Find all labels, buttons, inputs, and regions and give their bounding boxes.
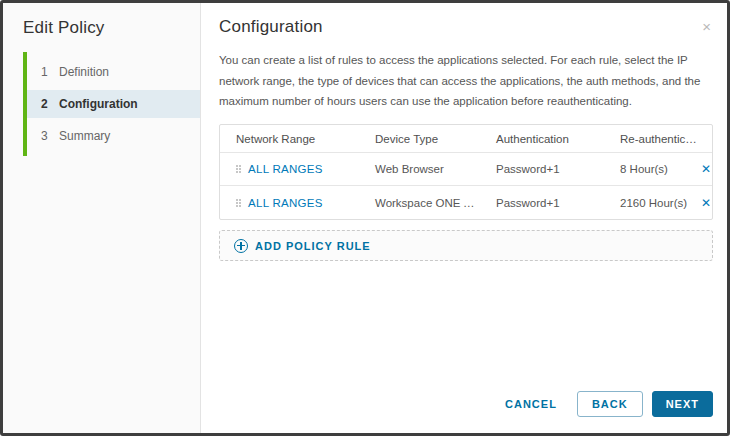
authentication-cell: Password+1 [480,163,604,175]
policy-rules-table: Network Range Device Type Authentication… [219,124,713,220]
back-button[interactable]: BACK [577,391,643,417]
plus-circle-icon [234,239,248,253]
reauthenticate-cell: 8 Hour(s) [604,163,700,175]
column-header-device-type: Device Type [359,133,480,145]
delete-rule-icon[interactable]: ✕ [701,162,711,176]
table-row: ALL RANGES Workspace ONE App… Password+1… [220,186,712,219]
step-number: 3 [41,129,59,143]
step-label: Definition [59,65,109,79]
table-header-row: Network Range Device Type Authentication… [220,125,712,153]
authentication-cell: Password+1 [480,197,604,209]
page-title: Configuration [219,17,713,37]
content-spacer [219,261,713,391]
step-summary[interactable]: 3 Summary [27,122,200,150]
step-number: 1 [41,65,59,79]
column-header-authentication: Authentication [480,133,604,145]
network-range-link[interactable]: ALL RANGES [248,163,323,175]
device-type-cell: Workspace ONE App… [359,197,480,209]
next-button[interactable]: NEXT [652,391,713,417]
footer-actions: CANCEL BACK NEXT [219,391,713,419]
wizard-sidebar: Edit Policy 1 Definition 2 Configuration… [3,3,201,433]
add-policy-rule-label: ADD POLICY RULE [255,240,371,252]
cancel-button[interactable]: CANCEL [499,391,563,417]
drag-handle-icon[interactable] [236,199,241,207]
delete-rule-icon[interactable]: ✕ [701,196,711,210]
step-label: Configuration [59,97,138,111]
dialog-title: Edit Policy [23,18,200,38]
step-definition[interactable]: 1 Definition [27,58,200,86]
step-number: 2 [41,97,59,111]
column-header-reauthenticate: Re-authenticate [604,133,700,145]
add-policy-rule-button[interactable]: ADD POLICY RULE [219,230,713,261]
step-label: Summary [59,129,110,143]
close-icon[interactable]: × [702,19,711,34]
configuration-panel: Configuration × You can create a list of… [201,3,727,433]
drag-handle-icon[interactable] [236,165,241,173]
network-range-link[interactable]: ALL RANGES [248,197,323,209]
reauthenticate-cell: 2160 Hour(s) [604,197,700,209]
description-text: You can create a list of rules to access… [219,50,713,112]
step-configuration[interactable]: 2 Configuration [27,90,200,118]
column-header-network-range: Network Range [220,133,359,145]
wizard-steps: 1 Definition 2 Configuration 3 Summary [23,52,200,156]
device-type-cell: Web Browser [359,163,480,175]
edit-policy-dialog: Edit Policy 1 Definition 2 Configuration… [0,0,730,436]
table-row: ALL RANGES Web Browser Password+1 8 Hour… [220,153,712,186]
